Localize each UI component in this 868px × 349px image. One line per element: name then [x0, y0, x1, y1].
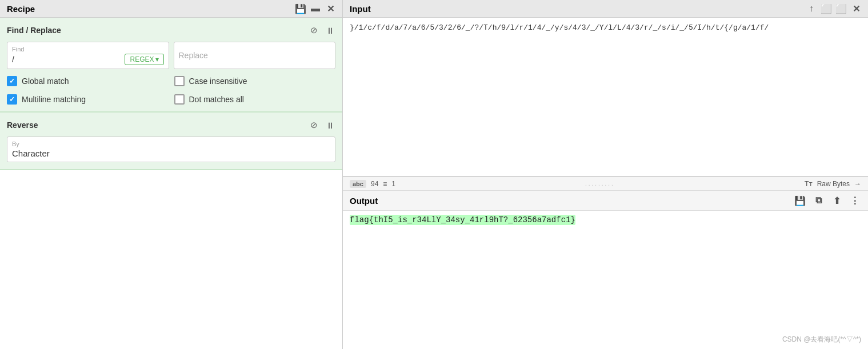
raw-bytes-label[interactable]: Raw Bytes [817, 180, 850, 188]
divider-dots: ......... [585, 179, 615, 188]
reverse-header: Reverse ⊘ ⏸ [7, 119, 335, 131]
minimize-icon[interactable]: ▬ [310, 3, 321, 14]
find-replace-header: Find / Replace ⊘ ⏸ [7, 25, 335, 36]
regex-label: REGEX [130, 55, 154, 63]
find-box: Find / REGEX ▾ [7, 42, 169, 69]
output-content: flag{thI5_is_r34LlY_34sy_41rl9hT?_62356a… [343, 211, 868, 349]
input-header-icons: ↑ ⬜ ⬜ ✕ [806, 3, 861, 14]
output-more-icon[interactable]: ⋮ [849, 194, 861, 207]
input-more-icon[interactable]: ✕ [851, 3, 861, 14]
replace-placeholder: Replace [179, 51, 208, 60]
left-panel: Find / Replace ⊘ ⏸ Find / REGEX ▾ [0, 18, 343, 349]
output-text: flag{thI5_is_r34LlY_34sy_41rl9hT?_62356a… [350, 215, 575, 225]
top-header: Recipe 💾 ▬ ✕ Input ↑ ⬜ ⬜ ✕ [0, 0, 868, 18]
output-section: Output 💾 ⧉ ⬆ ⋮ flag{thI5_is_r34LlY_34sy_… [343, 191, 868, 349]
recipe-header-icons: 💾 ▬ ✕ [295, 3, 335, 14]
output-upload-icon[interactable]: ⬆ [830, 194, 843, 207]
find-replace-pause-icon[interactable]: ⏸ [324, 25, 335, 36]
reverse-icons: ⊘ ⏸ [308, 119, 335, 131]
dot-matches-all-checkbox[interactable]: ✓ Dot matches all [174, 94, 336, 105]
watermark: CSDN @去看海吧(*^▽^*) [782, 335, 861, 344]
multiline-matching-check: ✓ [9, 96, 15, 103]
input-title: Input [350, 4, 371, 14]
close-icon[interactable]: ✕ [325, 3, 335, 14]
global-match-box: ✓ [7, 76, 17, 86]
stats-right: Tт Raw Bytes → [805, 179, 861, 188]
dot-matches-all-label: Dot matches all [189, 95, 244, 104]
right-panel: }/1/c/f/d/a/7/a/6/5/3/2/6/_/?/T/h/9/l/r/… [343, 18, 868, 349]
checkboxes-grid: ✓ Global match ✓ Case insensitive ✓ Mult… [7, 76, 335, 105]
input-content: }/1/c/f/d/a/7/a/6/5/3/2/6/_/?/T/h/9/l/r/… [343, 18, 868, 176]
reverse-title: Reverse [7, 121, 38, 130]
reverse-section: Reverse ⊘ ⏸ By Character [0, 113, 342, 170]
save-icon[interactable]: 💾 [295, 3, 306, 14]
stats-left: abc 94 ≡ 1 [350, 180, 395, 188]
recipe-title: Recipe [7, 4, 35, 14]
global-match-label: Global match [22, 77, 69, 86]
global-match-checkbox[interactable]: ✓ Global match [7, 76, 169, 86]
find-input-row: / REGEX ▾ [12, 54, 164, 65]
lines-icon: ≡ [383, 180, 387, 188]
reverse-pause-icon[interactable]: ⏸ [324, 119, 335, 131]
find-label: Find [12, 46, 164, 53]
regex-dropdown-arrow: ▾ [155, 55, 159, 63]
find-value[interactable]: / [12, 55, 14, 64]
lines-count: 1 [391, 180, 395, 188]
tt-icon: Tт [805, 179, 813, 188]
stats-bar: abc 94 ≡ 1 ......... Tт Raw Bytes → [343, 176, 868, 191]
multiline-matching-box: ✓ [7, 94, 17, 105]
by-box: By Character [7, 137, 335, 162]
replace-box[interactable]: Replace [174, 42, 336, 69]
case-insensitive-checkbox[interactable]: ✓ Case insensitive [174, 76, 336, 86]
arrow-icon: → [854, 180, 861, 188]
char-count: 94 [371, 180, 378, 188]
find-replace-title: Find / Replace [7, 26, 61, 35]
output-save-icon[interactable]: 💾 [794, 194, 806, 207]
input-header: Input ↑ ⬜ ⬜ ✕ [343, 0, 868, 17]
output-header-icons: 💾 ⧉ ⬆ ⋮ [794, 194, 861, 207]
global-match-check: ✓ [9, 78, 15, 85]
input-upload-icon[interactable]: ⬜ [836, 3, 846, 14]
main-content: Find / Replace ⊘ ⏸ Find / REGEX ▾ [0, 18, 868, 349]
abc-badge: abc [350, 180, 366, 188]
case-insensitive-label: Case insensitive [189, 77, 247, 86]
input-save-icon[interactable]: ⬜ [821, 3, 831, 14]
find-replace-disable-icon[interactable]: ⊘ [308, 25, 319, 36]
dots-text: ......... [585, 180, 615, 187]
case-insensitive-box: ✓ [174, 76, 185, 86]
output-copy-icon[interactable]: ⧉ [812, 194, 825, 207]
regex-button[interactable]: REGEX ▾ [125, 54, 163, 65]
input-arrow-icon[interactable]: ↑ [806, 3, 817, 14]
dot-matches-all-box: ✓ [174, 94, 185, 105]
multiline-matching-label: Multiline matching [22, 95, 86, 104]
find-replace-icons: ⊘ ⏸ [308, 25, 335, 36]
input-text: }/1/c/f/d/a/7/a/6/5/3/2/6/_/?/T/h/9/l/r/… [350, 23, 769, 32]
by-label: By [12, 141, 330, 147]
multiline-matching-checkbox[interactable]: ✓ Multiline matching [7, 94, 169, 105]
input-section: }/1/c/f/d/a/7/a/6/5/3/2/6/_/?/T/h/9/l/r/… [343, 18, 868, 176]
output-title: Output [350, 196, 378, 206]
find-replace-section: Find / Replace ⊘ ⏸ Find / REGEX ▾ [0, 18, 342, 113]
reverse-disable-icon[interactable]: ⊘ [308, 119, 319, 131]
by-value: Character [12, 149, 330, 158]
output-header: Output 💾 ⧉ ⬆ ⋮ [343, 191, 868, 211]
find-replace-row: Find / REGEX ▾ Replace [7, 42, 335, 69]
recipe-header: Recipe 💾 ▬ ✕ [0, 0, 343, 17]
